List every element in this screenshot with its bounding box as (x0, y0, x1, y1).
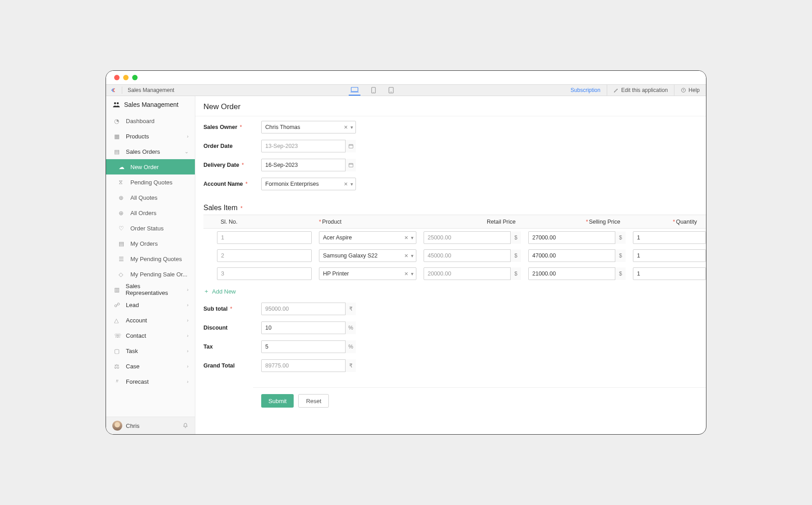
svg-rect-10 (349, 164, 353, 167)
help-icon: ? (681, 87, 686, 93)
heart-icon: ♡ (119, 225, 126, 232)
table-row: ✕▾$$ (203, 229, 706, 247)
product-input[interactable] (319, 249, 416, 262)
product-input[interactable] (319, 267, 416, 280)
calendar-icon[interactable] (345, 159, 356, 171)
submit-button[interactable]: Submit (261, 394, 294, 408)
back-arrow-icon (111, 87, 118, 94)
tablet-icon (371, 87, 376, 93)
globe-icon: ⊕ (119, 194, 126, 201)
dollar-icon: $ (615, 267, 626, 280)
chevron-down-icon[interactable]: ▾ (411, 271, 414, 277)
building-icon: ▥ (114, 286, 121, 293)
sidebar-item-contact[interactable]: ☏ Contact › (106, 328, 195, 343)
flask-icon: △ (114, 317, 121, 324)
edit-application-link[interactable]: Edit this application (607, 85, 674, 96)
qty-input[interactable] (633, 231, 706, 244)
dollar-icon: $ (510, 231, 521, 244)
pencil-icon (614, 87, 619, 93)
order-date-label: Order Date (203, 143, 261, 149)
clear-icon[interactable]: ✕ (404, 253, 408, 259)
sales-owner-label: Sales Owner * (203, 124, 261, 130)
delivery-date-input[interactable] (261, 159, 356, 171)
discount-input[interactable] (261, 321, 356, 334)
users-icon (112, 101, 120, 109)
page-title: New Order (195, 96, 706, 116)
avatar-icon[interactable] (112, 421, 122, 431)
clear-icon[interactable]: ✕ (344, 181, 348, 187)
sidebar-item-my-orders[interactable]: ▤ My Orders (106, 236, 195, 251)
clear-icon[interactable]: ✕ (404, 271, 408, 277)
add-new-button[interactable]: ＋ Add New (195, 283, 706, 300)
back-button[interactable] (106, 87, 122, 94)
selling-input[interactable] (528, 267, 626, 280)
sidebar-item-lead[interactable]: ☍ Lead › (106, 297, 195, 312)
chevron-right-icon: › (187, 302, 189, 308)
help-link[interactable]: ? Help (674, 85, 706, 96)
chevron-right-icon: › (187, 317, 189, 323)
dollar-icon: $ (615, 249, 626, 262)
sidebar-item-label: Sales Representatives (125, 283, 182, 296)
clear-icon[interactable]: ✕ (404, 235, 408, 241)
sidebar-item-my-pending-quotes[interactable]: ☰ My Pending Quotes (106, 251, 195, 266)
tablet-view-button[interactable] (369, 85, 378, 96)
cloud-icon: ☁ (119, 164, 126, 170)
bell-icon[interactable] (182, 422, 189, 429)
chevron-down-icon[interactable]: ▾ (351, 124, 353, 130)
sidebar: Sales Management ◔ Dashboard ▦ Products … (106, 96, 195, 434)
sl-input (217, 231, 312, 244)
chevron-down-icon[interactable]: ▾ (411, 235, 414, 241)
svg-rect-0 (351, 87, 358, 92)
sidebar-item-sales-orders[interactable]: ▤ Sales Orders ⌄ (106, 144, 195, 159)
sidebar-item-pending-quotes[interactable]: ⧖ Pending Quotes (106, 174, 195, 190)
clear-icon[interactable]: ✕ (344, 124, 348, 130)
sidebar-item-dashboard[interactable]: ◔ Dashboard (106, 113, 195, 129)
account-name-input[interactable] (261, 178, 356, 190)
product-input[interactable] (319, 231, 416, 244)
chevron-down-icon[interactable]: ▾ (411, 253, 414, 259)
gauge-icon: ◔ (114, 118, 121, 124)
order-date-input[interactable] (261, 140, 356, 152)
sales-owner-input[interactable] (261, 121, 356, 133)
chevron-right-icon: › (187, 363, 189, 369)
selling-input[interactable] (528, 249, 626, 262)
sidebar-item-account[interactable]: △ Account › (106, 312, 195, 328)
sidebar-item-label: Sales Orders (126, 148, 160, 155)
dollar-icon: $ (510, 267, 521, 280)
sidebar-item-task[interactable]: ▢ Task › (106, 343, 195, 358)
qty-input[interactable] (633, 267, 706, 280)
chevron-down-icon[interactable]: ▾ (351, 181, 353, 187)
sidebar-item-forecast[interactable]: 〃 Forecast › (106, 374, 195, 389)
sidebar-item-label: Products (126, 133, 149, 140)
mobile-view-button[interactable] (387, 85, 396, 96)
sidebar-item-new-order[interactable]: ☁ New Order (106, 159, 195, 174)
dollar-icon: $ (510, 249, 521, 262)
sidebar-item-all-orders[interactable]: ⊕ All Orders (106, 205, 195, 220)
sidebar-item-order-status[interactable]: ♡ Order Status (106, 220, 195, 236)
subtotal-input (261, 303, 356, 315)
topbar-title: Sales Management (122, 87, 180, 93)
sidebar-item-all-quotes[interactable]: ⊕ All Quotes (106, 190, 195, 205)
reset-button[interactable]: Reset (298, 394, 329, 408)
sidebar-item-sales-reps[interactable]: ▥ Sales Representatives › (106, 282, 195, 297)
subscription-link[interactable]: Subscription (564, 85, 607, 96)
help-label: Help (688, 87, 700, 93)
retail-input (424, 267, 521, 280)
svg-point-2 (373, 92, 374, 92)
qty-input[interactable] (633, 249, 706, 262)
app-name: Sales Management (124, 101, 179, 108)
desktop-view-button[interactable] (349, 85, 360, 96)
sidebar-item-my-pending-sale-orders[interactable]: ◇ My Pending Sale Or... (106, 266, 195, 282)
tax-input[interactable] (261, 340, 356, 353)
minimize-window-icon[interactable] (123, 75, 129, 80)
close-window-icon[interactable] (114, 75, 120, 80)
sidebar-item-products[interactable]: ▦ Products › (106, 129, 195, 144)
calendar-icon[interactable] (345, 140, 356, 152)
maximize-window-icon[interactable] (132, 75, 138, 80)
user-clock-icon: ☰ (119, 256, 126, 262)
sidebar-item-case[interactable]: ⚖ Case › (106, 358, 195, 374)
user-name: Chris (126, 422, 139, 429)
retail-input (424, 231, 521, 244)
sl-input (217, 249, 312, 262)
selling-input[interactable] (528, 231, 626, 244)
